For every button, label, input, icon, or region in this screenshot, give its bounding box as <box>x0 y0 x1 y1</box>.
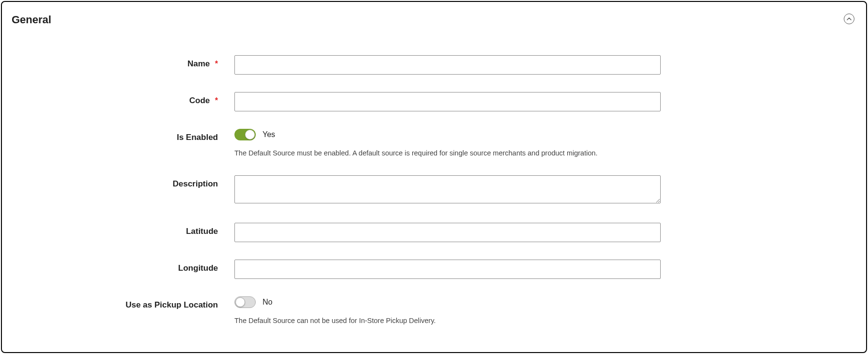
required-indicator: * <box>215 60 218 68</box>
description-label: Description <box>172 179 218 188</box>
toggle-wrap: Yes <box>234 129 598 140</box>
name-input[interactable] <box>234 55 661 75</box>
control-col: Yes The Default Source must be enabled. … <box>234 129 598 158</box>
is-enabled-toggle[interactable] <box>234 129 256 140</box>
is-enabled-label: Is Enabled <box>177 133 218 142</box>
description-input[interactable] <box>234 175 661 203</box>
code-label: Code <box>189 96 210 105</box>
label-col: Latitude <box>12 223 234 236</box>
form-row-description: Description <box>12 175 856 205</box>
form-row-is-enabled: Is Enabled Yes The Default Source must b… <box>12 129 856 158</box>
label-col: Is Enabled <box>12 129 234 142</box>
longitude-label: Longitude <box>178 263 218 273</box>
form-row-longitude: Longitude <box>12 260 856 279</box>
control-col: No The Default Source can not be used fo… <box>234 296 436 325</box>
is-enabled-state: Yes <box>263 130 275 139</box>
pickup-label: Use as Pickup Location <box>125 300 218 309</box>
pickup-helper: The Default Source can not be used for I… <box>234 316 436 325</box>
control-col <box>234 175 661 205</box>
pickup-state: No <box>263 298 272 307</box>
code-input[interactable] <box>234 92 661 111</box>
is-enabled-helper: The Default Source must be enabled. A de… <box>234 148 598 158</box>
toggle-knob <box>235 297 245 307</box>
control-col <box>234 92 661 111</box>
panel-title: General <box>12 14 51 26</box>
general-panel: General Name * Code * Is Enabled <box>1 1 867 353</box>
control-col <box>234 55 661 75</box>
control-col <box>234 260 661 279</box>
collapse-toggle-icon[interactable] <box>844 14 854 24</box>
control-col <box>234 223 661 242</box>
label-col: Use as Pickup Location <box>12 296 234 310</box>
latitude-input[interactable] <box>234 223 661 242</box>
toggle-wrap: No <box>234 296 436 308</box>
toggle-knob <box>245 130 255 139</box>
label-col: Name * <box>12 55 234 69</box>
longitude-input[interactable] <box>234 260 661 279</box>
panel-header: General <box>12 14 856 26</box>
required-indicator: * <box>215 96 218 105</box>
form-row-name: Name * <box>12 55 856 75</box>
form-row-latitude: Latitude <box>12 223 856 242</box>
form-row-code: Code * <box>12 92 856 111</box>
name-label: Name <box>187 59 210 68</box>
form-row-pickup: Use as Pickup Location No The Default So… <box>12 296 856 325</box>
chevron-up-icon <box>847 16 852 21</box>
pickup-toggle[interactable] <box>234 296 256 308</box>
latitude-label: Latitude <box>186 227 218 236</box>
label-col: Longitude <box>12 260 234 273</box>
label-col: Code * <box>12 92 234 106</box>
label-col: Description <box>12 175 234 189</box>
